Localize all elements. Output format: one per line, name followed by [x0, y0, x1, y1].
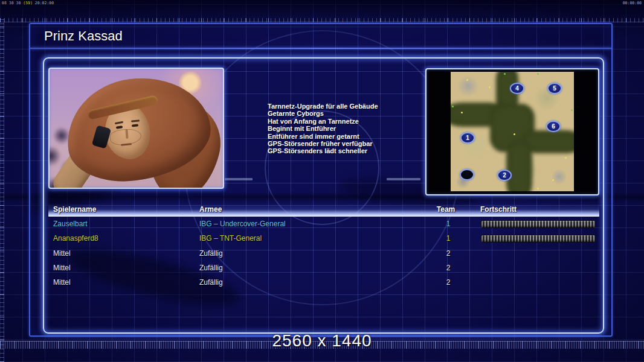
column-header-army: Armee [199, 205, 222, 214]
loading-screen: 08 30 30 (59) 20:02:00 00:00:00 Prinz Ka… [0, 0, 644, 362]
debug-counter: 08 30 30 (59) 20:02:00 [2, 1, 54, 5]
map-dot-green [571, 109, 573, 111]
map-dot [565, 157, 567, 159]
trait-line: Tarnnetz-Upgrade für alle Gebäude [268, 103, 378, 110]
debug-clock: 20:02:00 [35, 1, 54, 5]
trait-line: GPS-Störsender früher verfügbar [268, 140, 378, 147]
player-team: 1 [431, 234, 465, 243]
start-marker-2: 2 [497, 170, 512, 181]
load-progress-bar [481, 235, 596, 243]
resolution-label: 2560 x 1440 [0, 331, 644, 351]
trait-line: GPS-Störsenders lädt schneller [268, 147, 378, 154]
player-name: Ananaspferd8 [53, 234, 98, 243]
page-title: Prinz Kassad [44, 28, 123, 44]
minimap-panel: 1 2 4 5 6 [425, 68, 599, 195]
terrain-forest [506, 141, 532, 191]
start-marker-6: 6 [546, 121, 561, 132]
general-traits-list: Tarnnetz-Upgrade für alle Gebäude Getarn… [268, 103, 378, 155]
map-dot-green [452, 106, 454, 107]
map-dot [552, 179, 554, 181]
player-name: Mittel [53, 249, 71, 258]
player-name: Zauselbart [53, 220, 88, 228]
load-progress-bar [481, 220, 596, 228]
ruler-left [0, 18, 4, 362]
trait-line: Getarnte Cyborgs [268, 110, 378, 117]
trait-line: Beginnt mit Entführer [268, 125, 378, 132]
player-team: 2 [431, 278, 465, 287]
debug-timer: 00:00:00 [623, 1, 642, 5]
player-army: IBG – Undercover-General [199, 220, 286, 228]
column-header-progress: Fortschritt [480, 205, 517, 214]
player-team: 1 [431, 220, 465, 228]
player-army: Zufällig [199, 278, 223, 287]
general-portrait [48, 68, 224, 189]
minimap: 1 2 4 5 6 [451, 72, 574, 191]
debug-frames: 08 30 30 [2, 1, 21, 5]
map-dot [514, 133, 515, 135]
player-team: 2 [431, 249, 465, 258]
start-marker-5: 5 [547, 83, 562, 94]
map-dot [537, 188, 539, 189]
column-header-team: Team [429, 205, 463, 214]
trait-line: Entführer sind immer getarnt [268, 133, 378, 140]
player-army: Zufällig [199, 264, 223, 272]
map-dot [461, 112, 463, 113]
ruler-top [0, 18, 644, 22]
map-dot [466, 79, 468, 81]
player-name: Mittel [53, 278, 71, 287]
start-marker-1: 1 [460, 132, 475, 144]
player-name: Mittel [53, 264, 71, 272]
map-dot-green [504, 73, 506, 75]
debug-buffer: (59) [23, 1, 33, 5]
start-marker-4: 4 [510, 83, 524, 94]
table-header: Spielername Armee Team Fortschritt [48, 203, 599, 217]
title-divider [30, 48, 611, 49]
player-team: 2 [431, 264, 465, 272]
map-dot [489, 86, 491, 88]
player-army: IBG – TNT-General [199, 234, 262, 243]
map-dot-green [537, 73, 539, 75]
player-army: Zufällig [199, 249, 223, 258]
column-header-playername: Spielername [53, 205, 96, 214]
start-marker-blank [460, 169, 474, 180]
trait-line: Hat von Anfang an Tarnnetze [268, 118, 378, 125]
